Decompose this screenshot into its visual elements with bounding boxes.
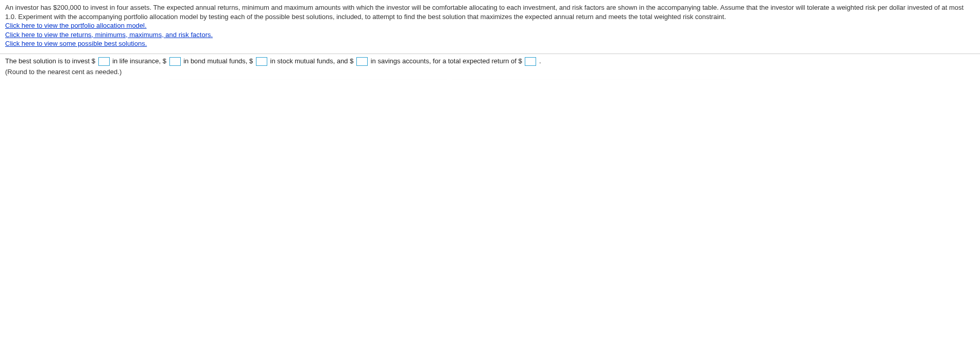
link-view-solutions[interactable]: Click here to view some possible best so… [5, 39, 147, 48]
input-total-return[interactable] [525, 57, 536, 66]
link-view-table[interactable]: Click here to view the returns, minimums… [5, 30, 213, 40]
answer-tail: . [539, 57, 541, 65]
separator [0, 54, 980, 54]
problem-block: An investor has $200,000 to invest in fo… [0, 0, 980, 50]
input-bond-funds[interactable] [169, 57, 181, 66]
answer-seg-life: in life insurance, $ [112, 57, 166, 65]
answer-seg-sav: in savings accounts, for a total expecte… [371, 57, 522, 65]
link-view-model[interactable]: Click here to view the portfolio allocat… [5, 21, 147, 30]
answer-lead: The best solution is to invest $ [5, 57, 95, 65]
input-stock-funds[interactable] [256, 57, 267, 66]
answer-line: The best solution is to invest $ in life… [0, 57, 980, 68]
problem-text: An investor has $200,000 to invest in fo… [5, 4, 964, 21]
input-savings[interactable] [356, 57, 368, 66]
round-note: (Round to the nearest cent as needed.) [0, 68, 980, 80]
input-life-insurance[interactable] [98, 57, 110, 66]
answer-seg-stock: in stock mutual funds, and $ [270, 57, 354, 65]
answer-seg-bond: in bond mutual funds, $ [183, 57, 253, 65]
